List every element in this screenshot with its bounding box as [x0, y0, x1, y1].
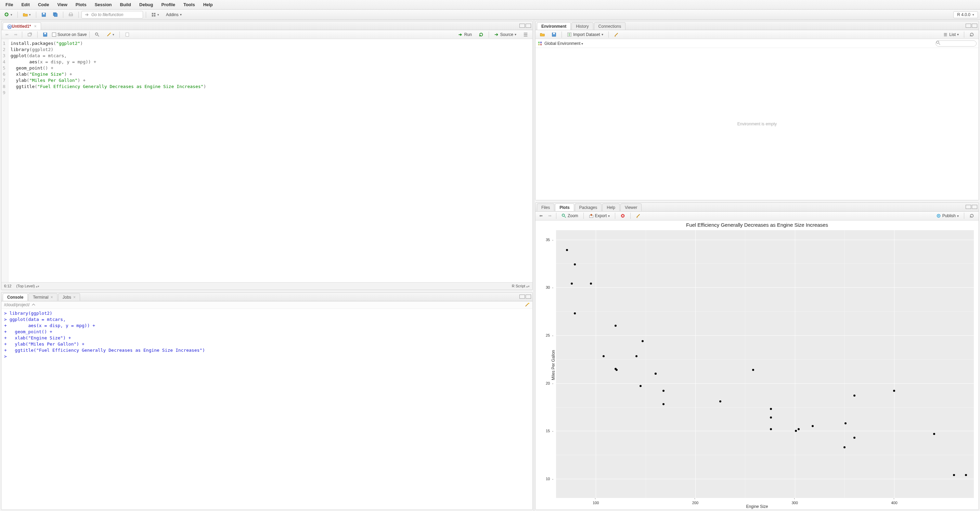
plus-circle-icon [5, 12, 9, 17]
maximize-pane-icon[interactable] [972, 205, 977, 209]
maximize-pane-icon[interactable] [972, 24, 977, 28]
open-file-button[interactable]: ▾ [21, 11, 33, 18]
maximize-pane-icon[interactable] [526, 295, 531, 299]
refresh-plot-button[interactable] [967, 212, 977, 219]
menu-plots[interactable]: Plots [72, 1, 90, 8]
env-search-input[interactable] [935, 40, 977, 46]
minimize-pane-icon[interactable] [966, 205, 971, 209]
menu-help[interactable]: Help [200, 1, 216, 8]
goto-icon [84, 12, 89, 17]
environment-body: Environment is empty [536, 48, 978, 200]
menu-session[interactable]: Session [91, 1, 115, 8]
run-button[interactable]: Run [456, 31, 474, 38]
clear-all-plots-button[interactable] [633, 212, 643, 219]
save-all-icon [53, 12, 58, 17]
close-tab-icon[interactable]: × [51, 295, 53, 300]
addins-button[interactable]: Addins [164, 11, 184, 18]
maximize-pane-icon[interactable] [526, 24, 531, 28]
svg-text:R: R [8, 25, 11, 29]
data-point [640, 385, 641, 387]
data-point [655, 373, 657, 375]
code-tools-button[interactable]: ▾ [104, 31, 117, 38]
minimize-pane-icon[interactable] [519, 24, 525, 28]
tab-plots[interactable]: Plots [555, 203, 574, 211]
source-statusbar: 6:12 (Top Level) ▴▾ R Script ▴▾ [2, 282, 533, 290]
new-file-button[interactable]: ▾ [2, 11, 15, 18]
menu-view[interactable]: View [54, 1, 70, 8]
env-scope-selector[interactable]: Global Environment [544, 41, 583, 46]
plot-next-button[interactable]: ➡ [546, 212, 553, 219]
tab-terminal[interactable]: Terminal× [29, 293, 57, 301]
tab-connections[interactable]: Connections [594, 22, 626, 30]
minimize-pane-icon[interactable] [966, 24, 971, 28]
grid-button[interactable]: ▾ [149, 11, 162, 18]
menu-tools[interactable]: Tools [180, 1, 199, 8]
source-editor[interactable]: 123456789 install.packages("ggplot2")lib… [2, 39, 533, 282]
nav-forward-button[interactable]: ➡ [12, 31, 19, 38]
remove-plot-button[interactable] [618, 212, 628, 219]
environment-scope-row: Global Environment [536, 39, 978, 48]
tab-environment[interactable]: Environment [537, 22, 571, 30]
close-tab-icon[interactable]: × [34, 24, 37, 29]
clear-console-icon[interactable] [525, 302, 530, 307]
code-lines[interactable]: install.packages("ggplot2")library(ggplo… [8, 39, 208, 282]
data-point [635, 355, 638, 357]
load-workspace-button[interactable] [538, 31, 547, 38]
refresh-env-button[interactable] [967, 31, 977, 38]
data-point [752, 369, 754, 371]
plot-prev-button[interactable]: ⬅ [538, 212, 544, 219]
goto-file-function-input[interactable]: Go to file/function [81, 11, 143, 19]
svg-rect-4 [54, 13, 57, 16]
tab-help[interactable]: Help [602, 203, 620, 211]
outline-button[interactable] [521, 31, 530, 38]
compile-report-button[interactable] [123, 31, 132, 38]
menu-profile[interactable]: Profile [158, 1, 178, 8]
clear-env-button[interactable] [611, 31, 621, 38]
menu-file[interactable]: File [2, 1, 16, 8]
save-button[interactable] [39, 11, 49, 18]
print-button[interactable] [66, 11, 76, 18]
nav-back-button[interactable]: ⬅ [3, 31, 10, 38]
rerun-button[interactable] [476, 31, 486, 38]
find-button[interactable] [92, 31, 102, 38]
zoom-button[interactable]: Zoom [559, 212, 581, 219]
tab-console[interactable]: Console [3, 293, 28, 301]
source-on-save-checkbox[interactable]: Source on Save [52, 32, 87, 37]
tab-files[interactable]: Files [537, 203, 554, 211]
import-icon [567, 32, 572, 37]
minimize-pane-icon[interactable] [519, 295, 525, 299]
source-btn-label: Source [500, 32, 513, 37]
env-view-mode-button[interactable]: List [941, 31, 961, 38]
separator [119, 32, 120, 38]
publish-button[interactable]: Publish [934, 212, 961, 219]
import-dataset-button[interactable]: Import Dataset [565, 31, 606, 38]
data-point [590, 283, 592, 284]
tab-history[interactable]: History [571, 22, 593, 30]
scope-selector[interactable]: (Top Level) ▴▾ [16, 284, 39, 288]
svg-rect-9 [152, 15, 153, 16]
menu-build[interactable]: Build [117, 1, 135, 8]
menu-code[interactable]: Code [35, 1, 53, 8]
save-workspace-button[interactable] [549, 31, 559, 38]
save-all-button[interactable] [51, 11, 60, 18]
goto-dir-icon[interactable] [31, 302, 36, 307]
refresh-icon [969, 213, 974, 218]
export-button[interactable]: Export [587, 212, 612, 219]
tab-viewer[interactable]: Viewer [620, 203, 641, 211]
source-dropdown-button[interactable]: Source [492, 31, 519, 38]
show-in-new-window-button[interactable] [25, 31, 35, 38]
close-tab-icon[interactable]: × [73, 295, 76, 300]
language-selector[interactable]: R Script ▴▾ [512, 284, 530, 288]
source-tab-untitled1[interactable]: R Untitled1* × [3, 22, 41, 30]
menu-debug[interactable]: Debug [136, 1, 156, 8]
popout-icon [27, 32, 32, 37]
data-point [662, 403, 665, 405]
r-version-selector[interactable]: R 4.0.0▾ [953, 11, 978, 18]
console-output[interactable]: > library(ggplot2)> ggplot(data = mtcars… [2, 309, 533, 509]
svg-rect-10 [154, 15, 155, 16]
tab-packages[interactable]: Packages [575, 203, 602, 211]
menu-edit[interactable]: Edit [18, 1, 33, 8]
remove-icon [620, 213, 625, 218]
save-source-button[interactable] [40, 31, 50, 38]
tab-jobs[interactable]: Jobs× [58, 293, 80, 301]
